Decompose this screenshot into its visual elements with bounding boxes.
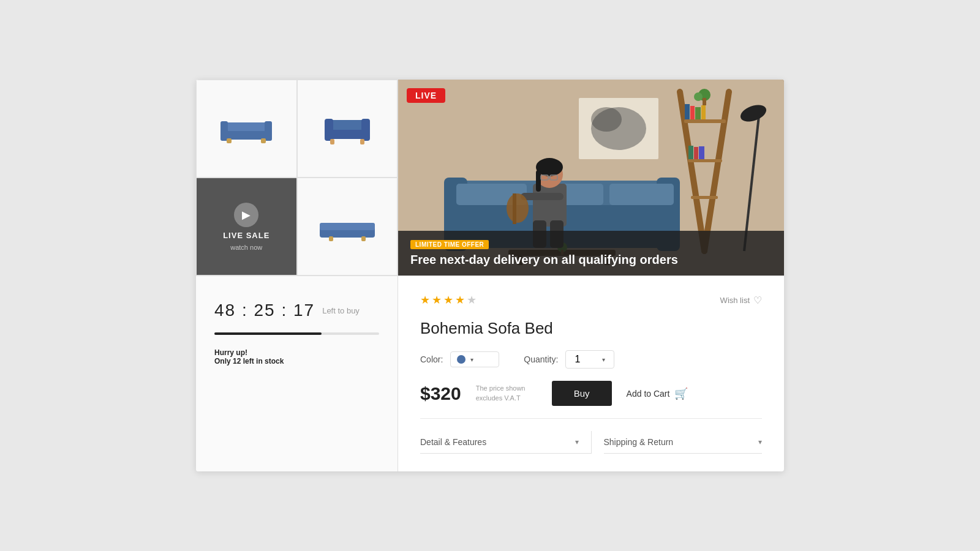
promo-text: Free next-day delivery on all qualifying… — [410, 253, 772, 267]
svg-rect-24 — [695, 107, 701, 119]
color-select[interactable]: ▾ — [450, 351, 499, 367]
purchase-row: $320 The price shown excludes V.A.T Buy … — [420, 381, 762, 406]
promo-label: LIMITED TIME OFFER — [410, 240, 489, 249]
star-3: ★ — [443, 293, 453, 307]
shipping-return-accordion[interactable]: Shipping & Return ▾ — [604, 431, 763, 454]
stock-text: Hurry up! Only 12 left in stock — [214, 348, 379, 365]
svg-rect-13 — [320, 223, 375, 230]
svg-rect-28 — [699, 146, 704, 159]
play-button-icon: ▶ — [234, 203, 258, 227]
svg-rect-3 — [265, 121, 272, 141]
detail-features-accordion[interactable]: Detail & Features ▾ — [420, 431, 592, 454]
wishlist-label: Wish list — [720, 296, 750, 305]
countdown-minutes: 25 — [254, 301, 276, 320]
price-note: The price shown excludes V.A.T — [476, 384, 537, 403]
thumbnail-1[interactable] — [196, 80, 297, 178]
divider — [420, 418, 762, 419]
wishlist-button[interactable]: Wish list ♡ — [720, 294, 762, 306]
thumbnail-live-sale[interactable]: ▶ LIVE SALE watch now — [196, 178, 297, 276]
svg-rect-5 — [261, 138, 266, 143]
countdown: 48 : 25 : 17 Left to buy — [214, 301, 379, 320]
svg-rect-14 — [329, 236, 333, 241]
countdown-hours: 48 — [214, 301, 236, 320]
thumbnail-2[interactable] — [297, 80, 398, 178]
color-swatch — [457, 355, 466, 364]
star-rating: ★ ★ ★ ★ ★ — [420, 293, 477, 307]
svg-rect-2 — [221, 121, 228, 141]
buy-button[interactable]: Buy — [552, 381, 612, 406]
svg-point-30 — [694, 92, 703, 101]
price: $320 — [420, 383, 461, 404]
star-1: ★ — [420, 293, 430, 307]
live-sale-subtitle: watch now — [230, 244, 262, 251]
stock-prefix: Only — [214, 357, 231, 365]
hero-panel: LIVE LIMITED TIME OFFER Free next-day de… — [398, 80, 784, 276]
heart-icon: ♡ — [753, 294, 762, 306]
svg-rect-15 — [361, 236, 366, 241]
color-label: Color: — [420, 354, 443, 364]
svg-rect-22 — [685, 104, 690, 119]
color-option-group: Color: ▾ — [420, 351, 499, 367]
qty-chevron-icon: ▾ — [602, 356, 605, 363]
stock-count: 12 — [233, 357, 241, 365]
stock-bar-fill — [214, 332, 322, 335]
star-5: ★ — [467, 293, 477, 307]
svg-rect-4 — [227, 138, 232, 143]
quantity-value: 1 — [575, 354, 580, 365]
cart-icon: 🛒 — [674, 387, 688, 400]
top-section: ▶ LIVE SALE watch now — [196, 80, 784, 276]
countdown-label: Left to buy — [322, 306, 360, 315]
accordion-row: Detail & Features ▾ Shipping & Return ▾ — [420, 431, 762, 454]
live-badge: LIVE — [407, 88, 445, 103]
quantity-label: Quantity: — [524, 354, 558, 364]
svg-rect-10 — [330, 139, 334, 144]
product-title: Bohemia Sofa Bed — [420, 319, 762, 338]
svg-rect-52 — [536, 170, 541, 192]
countdown-time: 48 : 25 : 17 — [214, 301, 315, 320]
product-page: ▶ LIVE SALE watch now — [196, 80, 784, 471]
product-panel: ★ ★ ★ ★ ★ Wish list ♡ Bohemia Sofa Bed C… — [398, 276, 784, 471]
svg-rect-23 — [690, 106, 695, 119]
shipping-return-label: Shipping & Return — [604, 437, 674, 447]
svg-rect-58 — [513, 193, 516, 224]
options-row: Color: ▾ Quantity: 1 ▾ — [420, 350, 762, 369]
quantity-select[interactable]: 1 ▾ — [565, 350, 614, 369]
svg-rect-56 — [521, 193, 564, 200]
detail-features-chevron-icon: ▾ — [575, 438, 579, 446]
svg-rect-26 — [688, 146, 693, 159]
svg-rect-9 — [361, 119, 370, 141]
svg-point-36 — [591, 107, 622, 132]
svg-rect-43 — [609, 184, 674, 205]
stock-bar-container — [214, 332, 379, 335]
live-sale-content: ▶ LIVE SALE watch now — [223, 203, 270, 251]
bottom-section: 48 : 25 : 17 Left to buy Hurry up! Only … — [196, 276, 784, 471]
sofa-image-2 — [317, 110, 378, 147]
stock-suffix: left in stock — [243, 357, 284, 365]
svg-rect-1 — [222, 122, 271, 131]
quantity-option-group: Quantity: 1 ▾ — [524, 350, 614, 369]
svg-rect-27 — [694, 147, 698, 159]
countdown-seconds: 17 — [293, 301, 315, 320]
add-to-cart-button[interactable]: Add to Cart 🛒 — [627, 387, 688, 400]
sofa-image-1 — [216, 110, 277, 147]
star-4: ★ — [455, 293, 465, 307]
rating-row: ★ ★ ★ ★ ★ Wish list ♡ — [420, 293, 762, 307]
live-sale-title: LIVE SALE — [223, 231, 270, 240]
svg-rect-11 — [360, 139, 364, 144]
svg-rect-31 — [703, 98, 706, 105]
info-panel: 48 : 25 : 17 Left to buy Hurry up! Only … — [196, 276, 398, 471]
sofa-image-4 — [317, 208, 378, 245]
svg-rect-8 — [325, 119, 333, 141]
svg-point-57 — [507, 193, 529, 223]
svg-rect-25 — [701, 105, 706, 119]
countdown-separator-2: : — [281, 301, 293, 320]
promo-banner: LIMITED TIME OFFER Free next-day deliver… — [398, 231, 784, 276]
detail-features-label: Detail & Features — [420, 437, 486, 447]
hurry-text: Hurry up! — [214, 348, 247, 357]
shipping-return-chevron-icon: ▾ — [758, 438, 762, 446]
add-to-cart-label: Add to Cart — [627, 389, 670, 399]
thumbnail-4[interactable] — [297, 178, 398, 276]
svg-rect-20 — [688, 159, 722, 162]
svg-rect-19 — [684, 119, 726, 123]
svg-rect-21 — [691, 196, 718, 199]
